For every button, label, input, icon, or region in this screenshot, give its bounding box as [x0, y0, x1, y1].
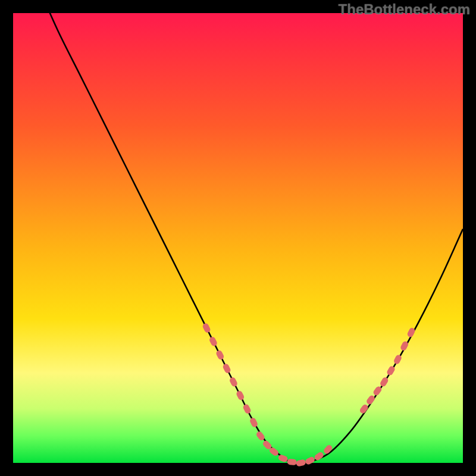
curve-layer: [40, 0, 463, 464]
chart-svg: [13, 13, 463, 463]
bottleneck-curve-path: [40, 0, 463, 464]
highlight-dot: [359, 403, 369, 415]
highlight-dot: [242, 403, 252, 415]
highlight-dot: [365, 394, 376, 406]
highlight-dot: [322, 444, 333, 455]
highlight-dot: [222, 363, 231, 374]
highlight-dot: [202, 322, 211, 334]
highlight-dot: [215, 349, 225, 361]
highlight-dot: [236, 390, 245, 401]
highlight-dot: [296, 459, 306, 467]
highlight-dot: [249, 417, 258, 428]
highlight-dot: [208, 336, 218, 347]
outer-frame: TheBottleneck.com: [0, 0, 476, 476]
highlight-dot: [228, 377, 238, 388]
highlight-dot: [305, 456, 316, 465]
highlight-dot: [287, 459, 297, 466]
watermark-text: TheBottleneck.com: [339, 1, 470, 18]
highlight-dots: [202, 322, 416, 467]
